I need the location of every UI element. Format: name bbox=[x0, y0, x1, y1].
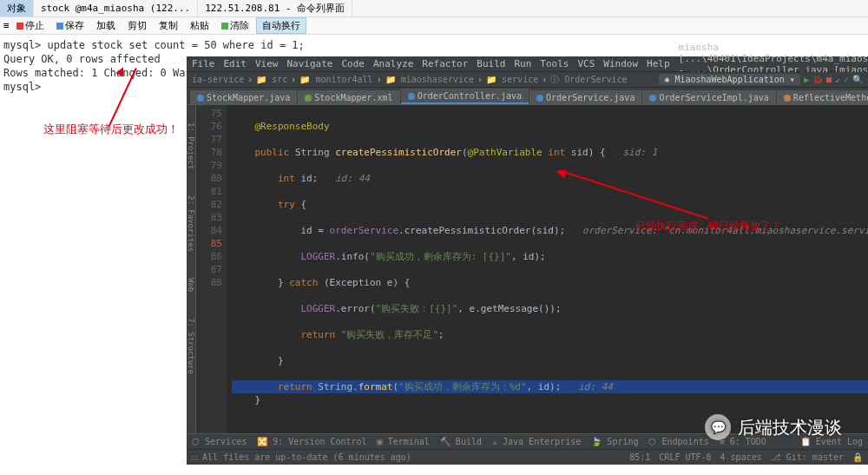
nav-chip[interactable]: 📁 service bbox=[486, 75, 538, 84]
tab-reflective[interactable]: ReflectiveMethodInvocation.class bbox=[777, 90, 868, 104]
tab-terminal[interactable]: 122.51.208.81 - 命令列界面 bbox=[198, 0, 352, 16]
menu-analyze[interactable]: Analyze bbox=[373, 58, 413, 69]
search-icon[interactable]: 🔍 bbox=[852, 75, 863, 84]
tab-orderservice[interactable]: OrderService.java bbox=[529, 90, 641, 104]
menu-view[interactable]: View bbox=[255, 58, 279, 69]
endpoints-btn[interactable]: ⬡ Endpoints bbox=[648, 437, 708, 446]
cursor-position: 85:1 bbox=[629, 452, 650, 462]
menu-help[interactable]: Help bbox=[647, 58, 670, 69]
ide-menubar: File Edit View Navigate Code Analyze Ref… bbox=[187, 56, 868, 72]
services-btn[interactable]: ⬡ Services bbox=[192, 437, 247, 446]
watermark: 💬 后端技术漫谈 bbox=[705, 414, 842, 440]
stop-icon[interactable]: ■ bbox=[826, 75, 832, 84]
java-icon bbox=[197, 95, 204, 102]
git-push-icon[interactable]: ✓ bbox=[844, 75, 849, 84]
web-tab[interactable]: Web bbox=[187, 278, 195, 292]
menu-edit[interactable]: Edit bbox=[224, 58, 247, 69]
ide-navbar: ia-service › 📁 src › 📁 monitor4all › 📁 m… bbox=[187, 72, 868, 88]
git-pull-icon[interactable]: ↙ bbox=[835, 75, 840, 84]
javaee-btn[interactable]: ☕ Java Enterprise bbox=[492, 437, 581, 446]
editor-tabs: StockMapper.java StockMapper.xml OrderCo… bbox=[187, 88, 868, 105]
nav-chip[interactable]: Ⓘ OrderService bbox=[550, 74, 627, 86]
structure-tab[interactable]: 7: Structure bbox=[187, 318, 195, 374]
status-message: ☐ All files are up-to-date (6 minutes ag… bbox=[192, 452, 411, 462]
wechat-icon: 💬 bbox=[705, 414, 731, 440]
menu-tools[interactable]: Tools bbox=[540, 58, 569, 69]
nav-chip[interactable]: 📁 monitor4all bbox=[299, 75, 372, 84]
lock-icon[interactable]: 🔒 bbox=[852, 452, 863, 462]
menu-vcs[interactable]: VCS bbox=[577, 58, 595, 69]
spring-btn[interactable]: 🍃 Spring bbox=[591, 437, 638, 446]
copy-button[interactable]: 复制 bbox=[154, 18, 183, 33]
nav-chip[interactable]: 📁 src bbox=[256, 75, 287, 84]
save-button[interactable]: 保存 bbox=[51, 18, 89, 33]
debug-icon[interactable]: 🐞 bbox=[812, 75, 823, 84]
cut-button[interactable]: 剪切 bbox=[122, 18, 152, 33]
save-icon bbox=[56, 23, 63, 30]
top-tabs: 对象 stock @m4a_miaosha (122... 122.51.208… bbox=[0, 0, 868, 17]
menu-run[interactable]: Run bbox=[514, 58, 531, 69]
java-icon bbox=[536, 95, 543, 102]
annotation-left: 这里阻塞等待后更改成功！ bbox=[43, 122, 179, 137]
menu-window[interactable]: Window bbox=[603, 58, 638, 69]
menu-icon[interactable]: ≡ bbox=[3, 20, 10, 31]
annotation-right: 已经执行完成，锁已经释放了！ bbox=[635, 219, 781, 234]
clear-icon bbox=[221, 23, 228, 30]
menu-build[interactable]: Build bbox=[477, 58, 505, 69]
tab-ordercontroller[interactable]: OrderController.java bbox=[401, 89, 529, 104]
menu-refactor[interactable]: Refactor bbox=[422, 58, 468, 69]
autorun-button[interactable]: 自动换行 bbox=[256, 17, 306, 34]
nav-chip[interactable]: 📁 miaoshaservice bbox=[385, 75, 474, 84]
ide-window: File Edit View Navigate Code Analyze Ref… bbox=[187, 56, 868, 465]
run-icon[interactable]: ▶ bbox=[804, 75, 809, 84]
paste-button[interactable]: 粘贴 bbox=[185, 18, 214, 33]
tab-objects[interactable]: 对象 bbox=[0, 0, 34, 16]
line-numbers: 7576777879808182838485868788 bbox=[196, 105, 227, 433]
tab-stock[interactable]: stock @m4a_miaosha (122... bbox=[34, 0, 198, 16]
nav-chip[interactable]: ia-service bbox=[192, 75, 244, 84]
project-tab[interactable]: 1: Project bbox=[187, 122, 195, 169]
xml-icon bbox=[305, 95, 312, 102]
stop-icon bbox=[16, 23, 23, 30]
java-icon bbox=[408, 93, 415, 100]
encoding[interactable]: CRLF UTF-8 bbox=[659, 452, 711, 462]
clear-button[interactable]: 清除 bbox=[216, 18, 254, 33]
load-button[interactable]: 加载 bbox=[91, 18, 121, 33]
terminal-btn[interactable]: ▣ Terminal bbox=[378, 437, 430, 446]
indent[interactable]: 4 spaces bbox=[720, 452, 762, 462]
menu-navigate[interactable]: Navigate bbox=[287, 58, 333, 69]
menu-file[interactable]: File bbox=[192, 58, 215, 69]
code-editor[interactable]: @ResponseBody public String createPessim… bbox=[227, 105, 868, 433]
build-btn[interactable]: 🔨 Build bbox=[440, 437, 482, 446]
vcs-btn[interactable]: 🔀 9: Version Control bbox=[257, 437, 366, 446]
tab-orderserviceimpl[interactable]: OrderServiceImpl.java bbox=[642, 90, 775, 104]
favorites-tab[interactable]: 2: Favorites bbox=[187, 195, 195, 252]
tab-stockmapper-xml[interactable]: StockMapper.xml bbox=[298, 90, 399, 104]
toolbar: ≡ 停止 保存 加载 剪切 复制 粘贴 清除 自动换行 bbox=[0, 17, 868, 35]
stop-button[interactable]: 停止 bbox=[11, 18, 49, 33]
menu-code[interactable]: Code bbox=[341, 58, 365, 69]
java-icon bbox=[649, 95, 656, 102]
left-gutter: 1: Project 2: Favorites Web 7: Structure bbox=[187, 105, 196, 433]
arrow-annotation-left bbox=[95, 65, 148, 126]
git-branch[interactable]: ⎇ Git: master bbox=[771, 452, 844, 462]
arrow-annotation-right bbox=[556, 169, 712, 221]
run-config-dropdown[interactable]: ✱ MiaoshaWebApplication ▾ bbox=[659, 74, 800, 85]
tab-stockmapper-java[interactable]: StockMapper.java bbox=[190, 90, 297, 104]
class-icon bbox=[784, 95, 791, 102]
status-bar: ☐ All files are up-to-date (6 minutes ag… bbox=[187, 449, 868, 465]
